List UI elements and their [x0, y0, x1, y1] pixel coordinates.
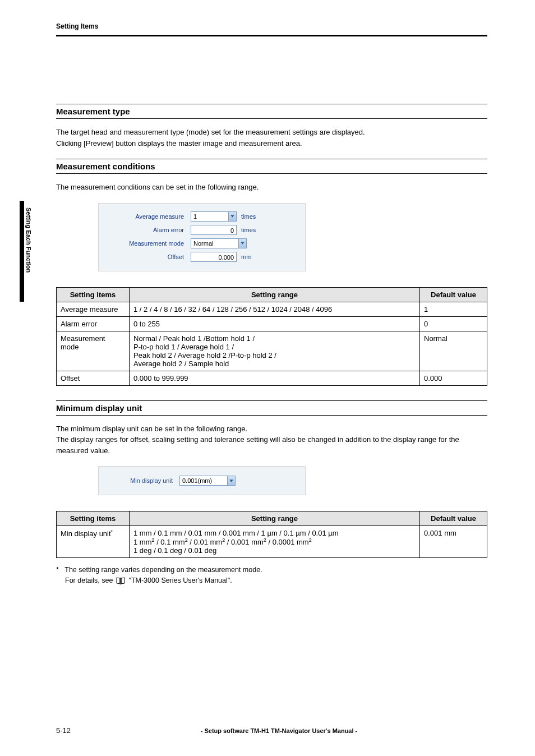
cell-default: 0.000 — [420, 371, 487, 385]
th-default-value: Default value — [420, 511, 487, 526]
label-min-display-unit: Min display unit — [107, 477, 179, 484]
footnote-line2a: For details, see — [65, 575, 113, 586]
heading-measurement-type: Measurement type — [56, 104, 487, 119]
page-header-label: Setting Items — [56, 22, 487, 36]
select-min-display-unit[interactable]: 0.001(mm) — [179, 476, 236, 486]
text-line: Clicking [Preview] button displays the m… — [56, 139, 302, 147]
footnote-line2b: "TM-3000 Series User's Manual". — [128, 575, 232, 586]
cell-item: Min display unit* — [57, 526, 130, 558]
cell-range: 0.000 to 999.999 — [130, 371, 420, 385]
measurement-conditions-table: Setting items Setting range Default valu… — [56, 287, 487, 386]
book-icon — [116, 577, 125, 584]
cell-default: 0 — [420, 316, 487, 331]
field-row-alarm-error: Alarm error 0 times — [107, 225, 297, 235]
unit-label: mm — [237, 253, 251, 260]
min-display-description: The minimum display unit can be set in t… — [56, 423, 487, 457]
text-line: The minimum display unit can be set in t… — [56, 425, 247, 433]
label-average-measure: Average measure — [107, 213, 191, 220]
th-setting-range: Setting range — [130, 287, 420, 302]
cell-item: Offset — [57, 371, 130, 385]
cell-default: 1 — [420, 302, 487, 316]
th-default-value: Default value — [420, 287, 487, 302]
chevron-down-icon — [227, 476, 235, 485]
heading-measurement-conditions: Measurement conditions — [56, 159, 487, 174]
label-offset: Offset — [107, 253, 191, 260]
select-average-measure[interactable]: 1 — [191, 211, 237, 222]
select-measurement-mode[interactable]: Normal — [191, 238, 247, 248]
cell-range: Normal / Peak hold 1 /Bottom hold 1 / P-… — [130, 331, 420, 371]
input-offset[interactable]: 0.000 — [191, 252, 237, 262]
cell-default: 0.001 mm — [420, 526, 487, 558]
field-row-min-display-unit: Min display unit 0.001(mm) — [107, 476, 297, 486]
field-row-average-measure: Average measure 1 times — [107, 211, 297, 222]
select-value: Normal — [193, 240, 213, 247]
footnote-star: * — [56, 565, 63, 575]
page-number: 5-12 — [56, 726, 71, 735]
cell-item: Alarm error — [57, 316, 130, 331]
unit-label: times — [237, 227, 256, 233]
table-row: Measurement mode Normal / Peak hold 1 /B… — [57, 331, 487, 371]
select-value: 1 — [193, 213, 197, 220]
field-row-offset: Offset 0.000 mm — [107, 252, 297, 262]
min-display-table: Setting items Setting range Default valu… — [56, 511, 487, 558]
item-text: Min display unit — [61, 529, 111, 538]
input-alarm-error[interactable]: 0 — [191, 225, 237, 235]
cell-default: Normal — [420, 331, 487, 371]
cell-range: 1 / 2 / 4 / 8 / 16 / 32 / 64 / 128 / 256… — [130, 302, 420, 316]
range-line1: 1 mm / 0.1 mm / 0.01 mm / 0.001 mm / 1 µ… — [133, 529, 339, 537]
footnote-marker: * — [111, 529, 113, 534]
table-row: Alarm error 0 to 255 0 — [57, 316, 487, 331]
page-footer: 5-12 - Setup software TM-H1 TM-Navigator… — [56, 726, 487, 735]
select-value: 0.001(mm) — [182, 477, 212, 484]
heading-minimum-display-unit: Minimum display unit — [56, 400, 487, 416]
cell-item: Average measure — [57, 302, 130, 316]
range-line3: 1 deg / 0.1 deg / 0.01 deg — [133, 546, 216, 555]
cell-range: 0 to 255 — [130, 316, 420, 331]
range-line2: 1 mm2 / 0.1 mm2 / 0.01 mm2 / 0.001 mm2 /… — [133, 538, 312, 546]
table-row: Average measure 1 / 2 / 4 / 8 / 16 / 32 … — [57, 302, 487, 316]
min-display-panel: Min display unit 0.001(mm) — [98, 466, 306, 495]
manual-title: - Setup software TM-H1 TM-Navigator User… — [71, 727, 487, 734]
footnote: * The setting range varies depending on … — [56, 565, 487, 586]
footnote-line1: The setting range varies depending on th… — [64, 566, 262, 574]
th-setting-items: Setting items — [57, 287, 130, 302]
measurement-type-description: The target head and measurement type (mo… — [56, 127, 487, 149]
side-tab-label: Setting Each Function — [25, 208, 32, 273]
label-measurement-mode: Measurement mode — [107, 240, 191, 247]
table-row: Min display unit* 1 mm / 0.1 mm / 0.01 m… — [57, 526, 487, 558]
chevron-down-icon — [228, 212, 236, 221]
text-line: The target head and measurement type (mo… — [56, 128, 365, 136]
measurement-conditions-description: The measurement conditions can be set in… — [56, 182, 487, 193]
label-alarm-error: Alarm error — [107, 227, 191, 233]
cell-range: 1 mm / 0.1 mm / 0.01 mm / 0.001 mm / 1 µ… — [130, 526, 420, 558]
chevron-down-icon — [238, 239, 246, 248]
measurement-conditions-panel: Average measure 1 times Alarm error 0 ti… — [98, 203, 306, 271]
unit-label: times — [237, 213, 256, 220]
text-line: The display ranges for offset, scaling s… — [56, 435, 459, 455]
table-row: Offset 0.000 to 999.999 0.000 — [57, 371, 487, 385]
th-setting-items: Setting items — [57, 511, 130, 526]
th-setting-range: Setting range — [130, 511, 420, 526]
cell-item: Measurement mode — [57, 331, 130, 371]
field-row-measurement-mode: Measurement mode Normal — [107, 238, 297, 248]
